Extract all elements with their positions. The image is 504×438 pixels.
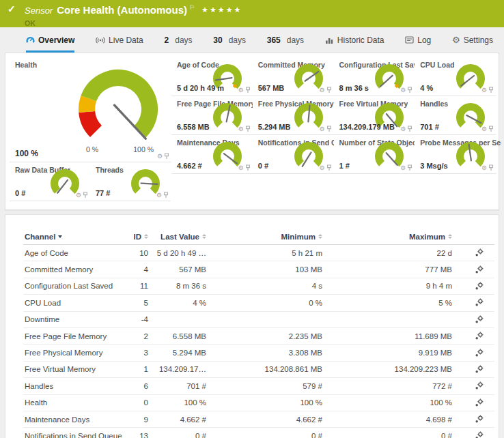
- column-header-minimum[interactable]: Minimum: [208, 233, 324, 241]
- gauge-tile[interactable]: Free Physical Memory 5.294 MB ⚙: [253, 96, 334, 135]
- tab-365-days[interactable]: 365days: [267, 27, 304, 53]
- edit-channel-icon[interactable]: [475, 365, 484, 374]
- gear-icon[interactable]: ⚙: [238, 87, 244, 93]
- gear-icon[interactable]: ⚙: [319, 126, 324, 132]
- gear-icon[interactable]: ⚙: [481, 87, 487, 93]
- edit-channel-icon[interactable]: [475, 332, 484, 340]
- edit-channel-icon[interactable]: [475, 398, 484, 407]
- gauge-tile[interactable]: Maintenance Days 4.662 # ⚙: [171, 135, 253, 174]
- channel-name: Free Physical Memory: [23, 349, 126, 357]
- gauge-tile[interactable]: Free Page File Memory 6.558 MB ⚙: [171, 96, 253, 135]
- edit-channel-icon[interactable]: [475, 248, 484, 257]
- pin-icon[interactable]: [163, 192, 169, 199]
- table-row[interactable]: Free Physical Memory 3 5.294 MB 3.308 MB…: [23, 345, 494, 361]
- edit-channel-icon[interactable]: [475, 381, 484, 390]
- gear-icon[interactable]: ⚙: [76, 192, 81, 199]
- channel-id: 5: [126, 299, 150, 307]
- tab-historic-data[interactable]: Historic Data: [325, 27, 384, 53]
- tab-number: 30: [213, 35, 222, 45]
- channel-minimum: 4 s: [208, 282, 324, 290]
- pin-icon[interactable]: [326, 126, 332, 132]
- column-header-maximum[interactable]: Maximum: [324, 233, 453, 241]
- gauge-tile[interactable]: Number of State Objects 1 # ⚙: [334, 135, 415, 174]
- sensor-title: Core Health (Autonomous): [57, 4, 187, 16]
- edit-channel-icon[interactable]: [475, 431, 484, 438]
- edit-channel-icon[interactable]: [475, 315, 484, 324]
- gear-icon[interactable]: ⚙: [156, 192, 162, 199]
- gauge-tile[interactable]: Committed Memory 567 MB ⚙: [253, 57, 334, 96]
- gauge-tile[interactable]: Notifications in Send Queue 0 # ⚙: [253, 135, 334, 174]
- channel-minimum: 0 %: [208, 299, 324, 307]
- edit-channel-icon[interactable]: [475, 415, 484, 424]
- channel-last-value: 4.662 #: [150, 415, 208, 424]
- channel-last-value: 567 MB: [150, 265, 208, 274]
- gear-icon[interactable]: ⚙: [400, 87, 406, 93]
- pin-icon[interactable]: [245, 126, 251, 132]
- pin-icon[interactable]: [488, 87, 494, 93]
- gauge-value: 1 #: [339, 162, 350, 170]
- table-row[interactable]: CPU Load 5 4 % 0 % 5 %: [23, 295, 494, 311]
- gear-icon[interactable]: ⚙: [400, 126, 406, 132]
- tab-overview[interactable]: Overview: [26, 27, 74, 53]
- column-header-last-value[interactable]: Last Value: [150, 233, 208, 241]
- gauge-tile[interactable]: Raw Data Buffer 0 # ⚙: [10, 162, 90, 201]
- column-header-channel[interactable]: Channel: [23, 233, 126, 241]
- sorted-desc-icon: [58, 235, 62, 238]
- gear-icon[interactable]: ⚙: [319, 165, 324, 171]
- priority-stars[interactable]: ★★★★★: [201, 5, 242, 14]
- table-row[interactable]: Free Page File Memory 2 6.558 MB 2.235 M…: [23, 328, 494, 345]
- table-row[interactable]: Age of Code 10 5 d 20 h 49 … 5 h 21 m 22…: [23, 245, 494, 261]
- edit-channel-icon[interactable]: [475, 282, 484, 291]
- flag-icon[interactable]: ⚐: [189, 4, 195, 11]
- edit-channel-icon[interactable]: [475, 298, 484, 307]
- table-row[interactable]: Downtime -4: [23, 312, 494, 328]
- pin-icon[interactable]: [488, 126, 494, 132]
- gear-icon[interactable]: ⚙: [319, 87, 324, 93]
- pin-icon[interactable]: [83, 192, 88, 199]
- gear-icon[interactable]: ⚙: [238, 126, 244, 132]
- gauge-tile[interactable]: Age of Code 5 d 20 h 49 m ⚙: [171, 57, 253, 96]
- gear-icon[interactable]: ⚙: [157, 154, 163, 160]
- gauge-tile[interactable]: Threads 77 # ⚙: [90, 162, 171, 201]
- table-row[interactable]: Configuration Last Saved 11 8 m 36 s 4 s…: [23, 278, 494, 295]
- channel-name: Free Virtual Memory: [23, 365, 126, 373]
- pin-icon[interactable]: [407, 87, 412, 93]
- pin-icon[interactable]: [488, 164, 494, 171]
- tab-log[interactable]: Log: [405, 27, 431, 53]
- table-row[interactable]: Health 0 100 % 100 % 100 %: [23, 395, 494, 411]
- gauge-tile[interactable]: Probe Messages per Second 3 Msg/s ⚙: [415, 135, 496, 174]
- table-row[interactable]: Committed Memory 4 567 MB 103 MB 777 MB: [23, 261, 494, 278]
- pin-icon[interactable]: [164, 153, 169, 160]
- table-row[interactable]: Free Virtual Memory 1 134.209.17… 134.20…: [23, 362, 494, 378]
- pin-icon[interactable]: [407, 164, 412, 171]
- pin-icon[interactable]: [326, 87, 332, 93]
- edit-channel-icon[interactable]: [475, 265, 484, 274]
- health-gauge-tile[interactable]: Health 0 % 100 % 100 % ⚙: [10, 57, 171, 162]
- tab-30-days[interactable]: 30days: [213, 27, 246, 53]
- gauge-tile[interactable]: Free Virtual Memory 134.209.179 MB ⚙: [334, 96, 415, 135]
- gear-icon[interactable]: ⚙: [238, 165, 244, 171]
- pin-icon[interactable]: [245, 87, 251, 93]
- pin-icon[interactable]: [245, 164, 251, 171]
- channel-last-value: 5.294 MB: [150, 349, 208, 357]
- tab-settings[interactable]: ⚙ Settings: [452, 27, 493, 53]
- gear-icon[interactable]: ⚙: [400, 165, 406, 171]
- gauge-tile[interactable]: Configuration Last Saved 8 m 36 s ⚙: [334, 57, 415, 96]
- gear-icon[interactable]: ⚙: [481, 165, 487, 171]
- table-row[interactable]: Handles 6 701 # 579 # 772 #: [23, 378, 494, 394]
- chart-tab-icon: [325, 36, 334, 44]
- channel-maximum: 772 #: [324, 382, 453, 390]
- table-row[interactable]: Maintenance Days 9 4.662 # 4.662 # 4.698…: [23, 411, 494, 428]
- pin-icon[interactable]: [326, 164, 332, 171]
- edit-channel-icon[interactable]: [475, 349, 484, 357]
- gauge-tile[interactable]: CPU Load 4 % ⚙: [415, 57, 496, 96]
- pin-icon[interactable]: [407, 126, 412, 132]
- table-row[interactable]: Notifications in Send Queue 13 0 # 0 # 0…: [23, 428, 494, 438]
- column-header-id[interactable]: ID: [126, 233, 150, 241]
- gauge-tile[interactable]: Handles 701 # ⚙: [415, 96, 496, 135]
- tab-live-data[interactable]: Live Data: [96, 27, 143, 53]
- gear-icon[interactable]: ⚙: [481, 126, 487, 132]
- tab-2-days[interactable]: 2days: [165, 27, 193, 53]
- tab-unit: days: [229, 35, 246, 45]
- channel-maximum: 22 d: [324, 249, 453, 257]
